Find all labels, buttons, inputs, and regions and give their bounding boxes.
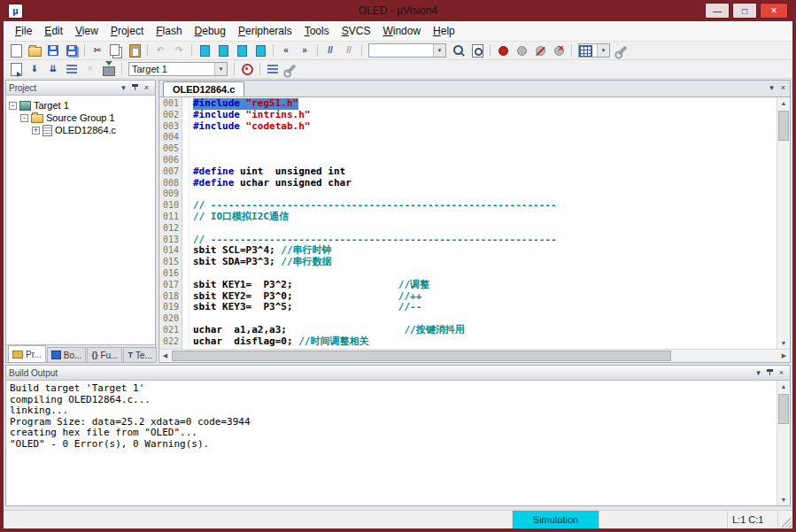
collapse-icon[interactable]: - <box>20 114 28 122</box>
menu-item-svcs[interactable]: SVCS <box>336 23 377 39</box>
breakpoint-kill-button[interactable] <box>531 42 549 58</box>
tab-list-icon[interactable]: ▾ <box>769 83 774 92</box>
build-button[interactable]: ⇓ <box>26 61 43 77</box>
download-button[interactable] <box>100 61 118 77</box>
resize-grip[interactable] <box>778 511 792 528</box>
bookmark-clear-button[interactable] <box>251 42 269 58</box>
line-number[interactable]: 018 <box>159 291 182 303</box>
vscroll-thumb[interactable] <box>778 394 789 424</box>
breakpoint-disable-button[interactable] <box>513 42 530 58</box>
hscroll-thumb[interactable] <box>172 351 671 361</box>
save-button[interactable] <box>44 42 62 58</box>
redo-button[interactable]: ↷ <box>170 42 188 58</box>
scroll-down-icon[interactable]: ▼ <box>777 337 790 349</box>
menu-item-file[interactable]: File <box>9 23 38 39</box>
menu-item-tools[interactable]: Tools <box>298 23 336 39</box>
scroll-down-icon[interactable]: ▼ <box>777 494 790 505</box>
tools-menu-button[interactable] <box>282 61 300 77</box>
build-vscrollbar[interactable]: ▲ ▼ <box>777 381 790 505</box>
bookmark-toggle-button[interactable] <box>196 42 213 58</box>
chevron-down-icon[interactable]: ▼ <box>433 44 445 57</box>
stop-build-button[interactable]: × <box>81 61 99 77</box>
pin-icon[interactable] <box>764 368 776 378</box>
maximize-button[interactable]: □ <box>732 3 757 19</box>
breakpoint-kill-all-button[interactable] <box>550 42 568 58</box>
tree-item-target-1[interactable]: -Target 1 <box>6 99 155 112</box>
open-file-button[interactable] <box>26 42 43 58</box>
chevron-down-icon[interactable]: ▾ <box>118 83 129 92</box>
batch-build-button[interactable] <box>63 61 81 77</box>
rebuild-button[interactable]: ⇊ <box>44 61 62 77</box>
collapse-icon[interactable]: - <box>9 102 17 110</box>
new-file-button[interactable] <box>7 42 25 58</box>
chevron-down-icon[interactable]: ▼ <box>214 63 227 75</box>
line-number[interactable]: 015 <box>159 257 182 268</box>
pin-icon[interactable] <box>129 83 141 93</box>
line-number[interactable]: 014 <box>159 245 182 257</box>
menu-item-project[interactable]: Project <box>104 23 150 39</box>
code-line[interactable]: sbit KEY3= P3^5; //-- <box>193 302 777 313</box>
options-for-target-button[interactable] <box>238 61 256 77</box>
line-number[interactable]: 003 <box>159 121 182 133</box>
line-number[interactable]: 010 <box>159 200 182 212</box>
copy-button[interactable] <box>107 42 125 58</box>
scroll-right-icon[interactable]: ▶ <box>778 351 790 362</box>
panel-tab-bo[interactable]: Bo... <box>47 347 87 362</box>
line-number[interactable]: 016 <box>159 268 182 280</box>
line-number[interactable]: 013 <box>159 235 182 246</box>
code-line[interactable]: uchar disflag=0; //时间调整相关 <box>193 336 777 348</box>
menu-item-flash[interactable]: Flash <box>150 23 188 39</box>
bookmark-next-button[interactable] <box>233 42 251 58</box>
chevron-down-icon[interactable]: ▼ <box>597 44 609 57</box>
vscroll-thumb[interactable] <box>778 111 789 141</box>
editor-vscrollbar[interactable]: ▲ ▼ <box>777 97 790 349</box>
indent-button[interactable]: » <box>296 42 313 58</box>
line-number[interactable]: 017 <box>159 280 182 291</box>
line-number[interactable]: 005 <box>159 143 182 155</box>
line-number[interactable]: 006 <box>159 155 182 166</box>
close-panel-icon[interactable]: × <box>776 368 787 377</box>
code-line[interactable]: sbit SDA=P3^3; //串行数据 <box>193 257 777 268</box>
find-input[interactable]: ▼ <box>368 43 446 58</box>
panel-tab-te[interactable]: TTe... <box>123 347 156 362</box>
expand-icon[interactable]: + <box>32 127 40 135</box>
close-file-icon[interactable]: × <box>781 83 785 92</box>
bookmark-prev-button[interactable] <box>214 42 232 58</box>
code-line[interactable] <box>193 143 777 155</box>
file-extensions-button[interactable] <box>264 61 282 77</box>
line-number[interactable]: 004 <box>159 132 182 143</box>
code-line[interactable]: // IO口模拟I2C通信 <box>193 212 777 223</box>
find-next-button[interactable] <box>468 42 486 58</box>
menu-item-peripherals[interactable]: Peripherals <box>232 23 298 39</box>
find-in-files-button[interactable] <box>450 42 468 58</box>
menu-item-edit[interactable]: Edit <box>38 23 69 39</box>
chevron-down-icon[interactable]: ▾ <box>753 368 764 377</box>
code-line[interactable]: #include "codetab.h" <box>193 121 777 133</box>
translate-button[interactable] <box>7 61 25 77</box>
code-line[interactable]: #define uchar unsigned char <box>193 178 777 189</box>
line-number[interactable]: 020 <box>159 313 182 325</box>
cut-button[interactable]: ✂ <box>89 42 106 58</box>
menu-item-debug[interactable]: Debug <box>189 23 232 39</box>
editor-tab[interactable]: OLED12864.c <box>163 81 244 96</box>
configure-button[interactable] <box>614 42 631 58</box>
line-number[interactable]: 009 <box>159 189 182 200</box>
line-number[interactable]: 001 <box>159 98 182 110</box>
line-number[interactable]: 008 <box>159 178 182 189</box>
close-button[interactable]: × <box>760 3 788 19</box>
undo-button[interactable]: ↶ <box>151 42 169 58</box>
comment-button[interactable]: // <box>321 42 339 58</box>
app-icon[interactable]: µ <box>8 4 23 19</box>
target-select[interactable]: Target 1▼ <box>128 62 228 76</box>
menu-item-help[interactable]: Help <box>427 23 461 39</box>
scroll-left-icon[interactable]: ◀ <box>159 351 171 362</box>
scroll-up-icon[interactable]: ▲ <box>777 97 790 109</box>
code-line[interactable] <box>193 132 777 143</box>
outdent-button[interactable]: « <box>277 42 295 58</box>
panel-tab-fu[interactable]: {}Fu... <box>87 347 122 362</box>
line-number[interactable]: 002 <box>159 110 182 121</box>
editor-hscrollbar[interactable]: ◀ ▶ <box>159 349 790 362</box>
breakpoint-toggle-button[interactable] <box>494 42 512 58</box>
line-number[interactable]: 012 <box>159 223 182 235</box>
uncomment-button[interactable]: // <box>340 42 358 58</box>
